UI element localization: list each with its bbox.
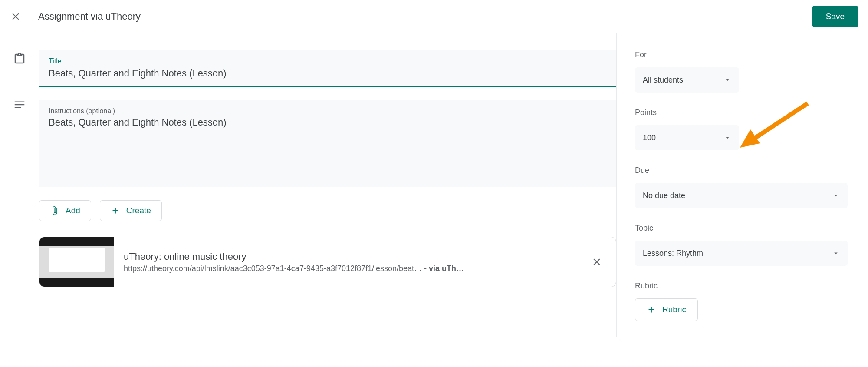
topic-value: Lessons: Rhythm [643, 249, 703, 258]
page-title: Assignment via uTheory [38, 11, 141, 22]
rubric-button[interactable]: Rubric [635, 298, 698, 321]
for-label: For [635, 50, 851, 60]
attachment-body[interactable]: uTheory: online music theory https://uth… [114, 251, 586, 273]
attachment-card: uTheory: online music theory https://uth… [39, 237, 616, 287]
instructions-label: Instructions (optional) [49, 107, 607, 115]
for-section: For All students [635, 50, 851, 93]
topic-label: Topic [635, 224, 851, 233]
save-button[interactable]: Save [812, 6, 858, 27]
add-button[interactable]: Add [39, 200, 91, 221]
points-label: Points [635, 108, 851, 117]
due-section: Due No due date [635, 166, 851, 208]
attachment-icon [50, 206, 59, 215]
chevron-down-icon [723, 76, 731, 84]
chevron-down-icon [723, 134, 731, 142]
points-section: Points 100 [635, 108, 851, 150]
sidebar: For All students Points 100 Due No due d… [616, 33, 851, 337]
due-label: Due [635, 166, 851, 175]
title-field[interactable]: Title [39, 50, 616, 87]
main-column: Title Instructions (optional) Beats, Qua… [39, 33, 616, 337]
topic-section: Topic Lessons: Rhythm [635, 224, 851, 266]
for-dropdown[interactable]: All students [635, 67, 739, 93]
notes-icon [13, 98, 26, 111]
create-button[interactable]: Create [100, 200, 162, 221]
create-button-label: Create [126, 206, 151, 215]
instructions-textarea[interactable]: Beats, Quarter and Eighth Notes (Lesson) [49, 116, 607, 128]
rubric-button-label: Rubric [662, 305, 686, 314]
instructions-field[interactable]: Instructions (optional) Beats, Quarter a… [39, 100, 616, 187]
due-value: No due date [643, 191, 685, 200]
due-dropdown[interactable]: No due date [635, 183, 848, 208]
assignment-icon [13, 52, 26, 65]
plus-icon [647, 305, 656, 314]
left-icon-rail [0, 33, 39, 337]
topbar: Assignment via uTheory Save [0, 0, 868, 33]
chevron-down-icon [832, 192, 840, 199]
add-button-label: Add [66, 206, 80, 215]
close-button[interactable] [5, 6, 26, 27]
rubric-section: Rubric Rubric [635, 281, 851, 321]
plus-icon [111, 206, 120, 215]
chevron-down-icon [832, 249, 840, 257]
title-label: Title [49, 57, 607, 65]
points-dropdown[interactable]: 100 [635, 125, 739, 150]
close-icon [10, 11, 21, 22]
close-icon [591, 256, 602, 268]
attachment-remove-button[interactable] [586, 251, 607, 272]
for-value: All students [643, 76, 683, 85]
rubric-label: Rubric [635, 281, 851, 291]
attachment-url: https://utheory.com/api/lmslink/aac3c053… [124, 264, 577, 273]
attachment-title: uTheory: online music theory [124, 251, 577, 262]
topic-dropdown[interactable]: Lessons: Rhythm [635, 241, 848, 266]
points-value: 100 [643, 133, 656, 142]
attachment-thumbnail[interactable] [39, 237, 114, 287]
action-row: Add Create [39, 200, 616, 221]
title-input[interactable] [49, 67, 607, 82]
